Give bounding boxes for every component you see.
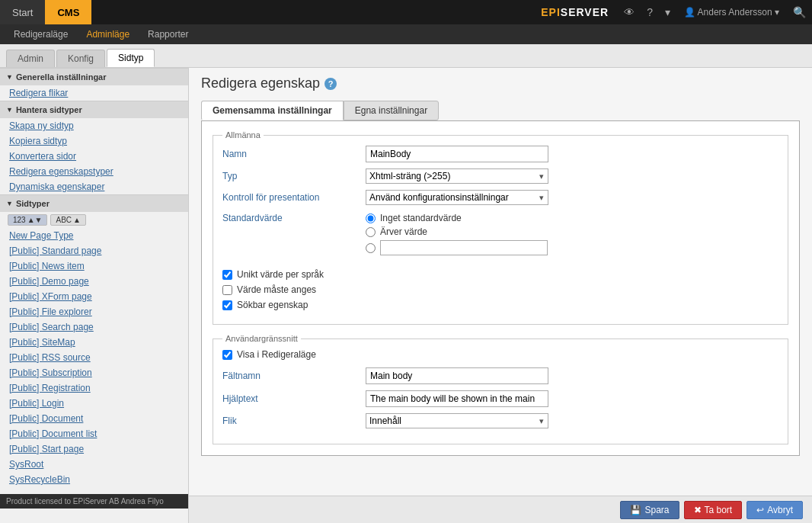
sidebar-section-sidtyper[interactable]: ▼ Sidtyper bbox=[0, 194, 188, 212]
eye-icon[interactable]: 👁 bbox=[618, 6, 641, 18]
sidebar-item-redigera-flikar[interactable]: Redigera flikar bbox=[0, 85, 188, 101]
nav-adminlage[interactable]: Adminläge bbox=[78, 24, 137, 44]
chevron-down-icon: ▼ bbox=[6, 73, 13, 81]
sidebar-item-sysroot[interactable]: SysRoot bbox=[0, 457, 188, 472]
flik-select[interactable]: Innehåll Information Övrigt bbox=[366, 413, 548, 428]
allmanna-fieldset: Allmänna Namn Typ Xhtml-sträng (>255) bbox=[213, 130, 788, 325]
standardvarde-row: Standardvärde Inget standardvärde Ärver … bbox=[222, 211, 778, 257]
radio-inget-input[interactable] bbox=[366, 213, 376, 223]
sidebar-item-new-page-type[interactable]: New Page Type bbox=[0, 228, 188, 243]
sidebar-item-dynamiska[interactable]: Dynamiska egenskaper bbox=[0, 179, 188, 194]
sidebar-item-rss-source[interactable]: [Public] RSS source bbox=[0, 350, 188, 365]
tab-sidtyp[interactable]: Sidtyp bbox=[107, 49, 155, 67]
main-tab-row: Admin Konfig Sidtyp bbox=[0, 44, 812, 68]
chevron-down-icon: ▼ bbox=[6, 106, 13, 114]
sidebar-section-generella[interactable]: ▼ Generella inställningar bbox=[0, 68, 188, 85]
spacer bbox=[222, 263, 778, 269]
namn-row: Namn bbox=[222, 146, 778, 162]
user-menu[interactable]: 👤 Anders Andersson ▾ bbox=[676, 7, 787, 18]
help-icon[interactable]: ? bbox=[641, 6, 659, 18]
radio-arver: Ärver värde bbox=[366, 226, 548, 237]
main-layout: ▼ Generella inställningar Redigera flika… bbox=[0, 68, 812, 523]
content-area: Redigera egenskap ? Gemensamma inställni… bbox=[189, 68, 812, 496]
visa-redigeralage-checkbox[interactable] bbox=[222, 350, 232, 360]
sidebar-item-news-item[interactable]: [Public] News item bbox=[0, 258, 188, 274]
sidebar-item-registration[interactable]: [Public] Registration bbox=[0, 380, 188, 396]
sidebar: ▼ Generella inställningar Redigera flika… bbox=[0, 68, 189, 523]
nav-redigeralage[interactable]: Redigeraläge bbox=[6, 24, 75, 44]
typ-select[interactable]: Xhtml-sträng (>255) bbox=[366, 168, 548, 184]
cancel-button[interactable]: ↩ Avbryt bbox=[746, 501, 803, 519]
namn-label: Namn bbox=[222, 149, 360, 159]
sidebar-item-standard-page[interactable]: [Public] Standard page bbox=[0, 243, 188, 258]
sidebar-item-document[interactable]: [Public] Document bbox=[0, 411, 188, 426]
namn-input[interactable] bbox=[366, 146, 548, 162]
search-icon[interactable]: 🔍 bbox=[787, 6, 812, 18]
chevron-down-icon[interactable]: ▾ bbox=[659, 6, 676, 18]
sidebar-main: ▼ Generella inställningar Redigera flika… bbox=[0, 68, 188, 494]
sidebar-item-kopiera[interactable]: Kopiera sidtyp bbox=[0, 133, 188, 149]
radio-custom-row bbox=[366, 240, 548, 255]
top-bar: Start CMS EPISERVER 👁 ? ▾ 👤 Anders Ander… bbox=[0, 0, 812, 24]
checkbox-maste-input[interactable] bbox=[222, 285, 232, 295]
tab-gemensamma[interactable]: Gemensamma inställningar bbox=[201, 101, 344, 120]
help-circle-icon[interactable]: ? bbox=[324, 78, 337, 90]
sidebar-item-sysrecyclebin[interactable]: SysRecycleBin bbox=[0, 472, 188, 487]
radio-arver-label: Ärver värde bbox=[380, 226, 427, 237]
faltnamn-input[interactable] bbox=[366, 367, 548, 384]
sort-abc[interactable]: ABC ▲ bbox=[50, 214, 85, 226]
flik-select-wrapper: Innehåll Information Övrigt bbox=[366, 413, 548, 428]
sidebar-item-subscription[interactable]: [Public] Subscription bbox=[0, 365, 188, 380]
delete-icon: ✖ bbox=[694, 505, 702, 515]
bottom-bar: 💾 Spara ✖ Ta bort ↩ Avbryt bbox=[189, 496, 812, 523]
sort-123[interactable]: 123 ▲▼ bbox=[8, 214, 47, 226]
checkbox-unikt: Unikt värde per språk bbox=[222, 269, 778, 280]
checkbox-maste: Värde måste anges bbox=[222, 284, 778, 295]
nav-cms[interactable]: CMS bbox=[45, 0, 91, 24]
kontroll-select[interactable]: Använd konfigurationsinställningar bbox=[366, 190, 548, 205]
sidebar-item-document-list[interactable]: [Public] Document list bbox=[0, 426, 188, 441]
kontroll-label: Kontroll för presentation bbox=[222, 192, 360, 203]
sidebar-item-skapa[interactable]: Skapa ny sidtyp bbox=[0, 118, 188, 133]
tab-konfig[interactable]: Konfig bbox=[56, 50, 105, 67]
content-wrapper: Redigera egenskap ? Gemensamma inställni… bbox=[189, 68, 812, 523]
checkbox-sokbar: Sökbar egenskap bbox=[222, 300, 778, 310]
secondary-nav: Redigeraläge Adminläge Rapporter bbox=[0, 24, 812, 44]
product-license: Product licensed to EPiServer AB Andrea … bbox=[0, 494, 188, 509]
kontroll-row: Kontroll för presentation Använd konfigu… bbox=[222, 190, 778, 205]
faltnamn-row: Fältnamn bbox=[222, 367, 778, 384]
save-button[interactable]: 💾 Spara bbox=[620, 501, 679, 519]
radio-inget: Inget standardvärde bbox=[366, 213, 548, 223]
checkbox-unikt-input[interactable] bbox=[222, 270, 232, 280]
radio-arver-input[interactable] bbox=[366, 227, 376, 237]
sidebar-section-hantera[interactable]: ▼ Hantera sidtyper bbox=[0, 101, 188, 118]
page-title: Redigera egenskap bbox=[201, 75, 320, 91]
nav-start[interactable]: Start bbox=[0, 0, 45, 24]
sidebar-item-search-page[interactable]: [Public] Search page bbox=[0, 319, 188, 335]
allmanna-legend: Allmänna bbox=[222, 130, 264, 140]
sidebar-item-file-explorer[interactable]: [Public] File explorer bbox=[0, 304, 188, 319]
hjalptext-input[interactable] bbox=[366, 390, 548, 407]
checkbox-sokbar-input[interactable] bbox=[222, 300, 232, 310]
standardvarde-radio-group: Inget standardvärde Ärver värde bbox=[366, 211, 548, 257]
episerver-logo: EPISERVER bbox=[532, 6, 618, 18]
delete-button[interactable]: ✖ Ta bort bbox=[684, 501, 743, 519]
flik-row: Flik Innehåll Information Övrigt bbox=[222, 413, 778, 428]
sidebar-item-start-page[interactable]: [Public] Start page bbox=[0, 441, 188, 457]
radio-custom-text-input[interactable] bbox=[380, 240, 548, 255]
inner-tab-row: Gemensamma inställningar Egna inställnin… bbox=[201, 101, 800, 120]
tab-admin[interactable]: Admin bbox=[6, 50, 55, 67]
nav-rapporter[interactable]: Rapporter bbox=[140, 24, 196, 44]
radio-custom-input[interactable] bbox=[366, 243, 376, 253]
sidebar-item-login[interactable]: [Public] Login bbox=[0, 396, 188, 411]
sidebar-item-demo-page[interactable]: [Public] Demo page bbox=[0, 274, 188, 289]
checkbox-unikt-label: Unikt värde per språk bbox=[237, 269, 324, 280]
sidebar-item-xform-page[interactable]: [Public] XForm page bbox=[0, 289, 188, 304]
sidebar-item-redigera-egenskapstyper[interactable]: Redigera egenskapstyper bbox=[0, 164, 188, 179]
sidebar-item-sitemap[interactable]: [Public] SiteMap bbox=[0, 335, 188, 350]
sidebar-wrap: ▼ Generella inställningar Redigera flika… bbox=[0, 68, 188, 509]
hjalptext-label: Hjälptext bbox=[222, 393, 360, 404]
cancel-icon: ↩ bbox=[756, 505, 764, 515]
tab-egna[interactable]: Egna inställningar bbox=[344, 101, 439, 120]
sidebar-item-konvertera[interactable]: Konvertera sidor bbox=[0, 149, 188, 164]
